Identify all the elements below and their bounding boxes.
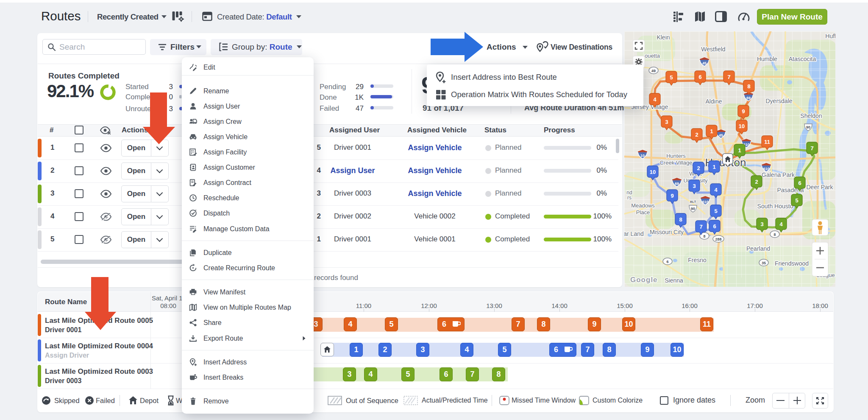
svg-text:1: 1 (712, 164, 715, 170)
svg-text:35: 35 (762, 261, 766, 265)
svg-text:10: 10 (650, 169, 656, 175)
svg-text:Klein: Klein (657, 34, 670, 41)
svg-text:2: 2 (697, 165, 700, 171)
svg-text:Friendswood: Friendswood (775, 260, 809, 267)
svg-text:610: 610 (702, 200, 708, 204)
svg-text:1: 1 (710, 128, 713, 134)
svg-text:8: 8 (679, 216, 682, 223)
svg-text:8: 8 (747, 83, 750, 90)
svg-text:8: 8 (703, 234, 705, 238)
svg-text:90: 90 (691, 207, 695, 211)
svg-text:45: 45 (702, 61, 707, 65)
svg-text:5: 5 (795, 197, 798, 204)
svg-text:9: 9 (742, 108, 745, 115)
svg-text:Atascocita: Atascocita (789, 56, 816, 62)
svg-text:ar Land: ar Land (624, 230, 644, 237)
svg-text:South Housto: South Housto (757, 203, 793, 210)
svg-text:Fresno: Fresno (688, 257, 707, 263)
svg-text:10: 10 (640, 154, 645, 158)
svg-text:6: 6 (666, 260, 668, 264)
svg-text:8: 8 (773, 232, 776, 237)
svg-text:3: 3 (665, 119, 668, 125)
svg-text:4: 4 (714, 187, 718, 193)
svg-text:6: 6 (713, 223, 716, 230)
svg-text:69: 69 (746, 96, 751, 100)
svg-text:6: 6 (798, 180, 801, 186)
svg-text:Westfield: Westfield (701, 46, 725, 53)
svg-text:Sienna: Sienna (665, 277, 683, 284)
svg-text:Deer Park: Deer Park (806, 184, 833, 190)
svg-text:Creek Village: Creek Village (659, 160, 692, 166)
svg-text:Hunters: Hunters (666, 153, 686, 159)
svg-text:5: 5 (670, 74, 673, 81)
svg-text:Galena Park: Galena Park (762, 171, 795, 178)
svg-text:10: 10 (739, 123, 745, 129)
svg-text:4: 4 (653, 96, 657, 103)
svg-text:45: 45 (719, 133, 723, 137)
svg-text:Dyersdale: Dyersdale (765, 98, 792, 104)
svg-text:3: 3 (693, 183, 696, 189)
svg-text:7: 7 (810, 145, 813, 151)
svg-text:4: 4 (779, 221, 783, 227)
svg-text:Pearland: Pearland (746, 245, 770, 252)
svg-text:Missouri City: Missouri City (650, 229, 684, 235)
svg-text:ouetta: ouetta (645, 53, 660, 59)
svg-text:Humble: Humble (757, 56, 777, 62)
svg-text:288: 288 (715, 237, 721, 241)
svg-text:49: 49 (651, 69, 656, 73)
svg-text:90: 90 (806, 125, 810, 129)
svg-text:11: 11 (764, 139, 770, 145)
svg-text:1: 1 (738, 147, 741, 154)
svg-text:Huff: Huff (825, 33, 835, 39)
svg-text:7: 7 (727, 74, 730, 80)
svg-text:ALT: ALT (690, 200, 696, 204)
svg-text:610: 610 (763, 167, 769, 171)
svg-text:Meadows: Meadows (631, 202, 655, 209)
svg-text:3: 3 (760, 221, 763, 227)
svg-text:rs: rs (627, 195, 632, 201)
svg-text:Google: Google (630, 276, 658, 284)
svg-text:69: 69 (675, 182, 679, 186)
svg-text:Aldine: Aldine (706, 98, 722, 105)
svg-text:2: 2 (695, 132, 698, 138)
svg-text:2: 2 (755, 179, 758, 185)
svg-text:7: 7 (699, 224, 702, 230)
svg-text:Sheldon: Sheldon (800, 112, 822, 119)
svg-text:9: 9 (670, 193, 673, 199)
svg-text:5: 5 (714, 208, 717, 214)
svg-text:Place: Place (636, 209, 650, 216)
svg-text:6: 6 (698, 74, 701, 80)
